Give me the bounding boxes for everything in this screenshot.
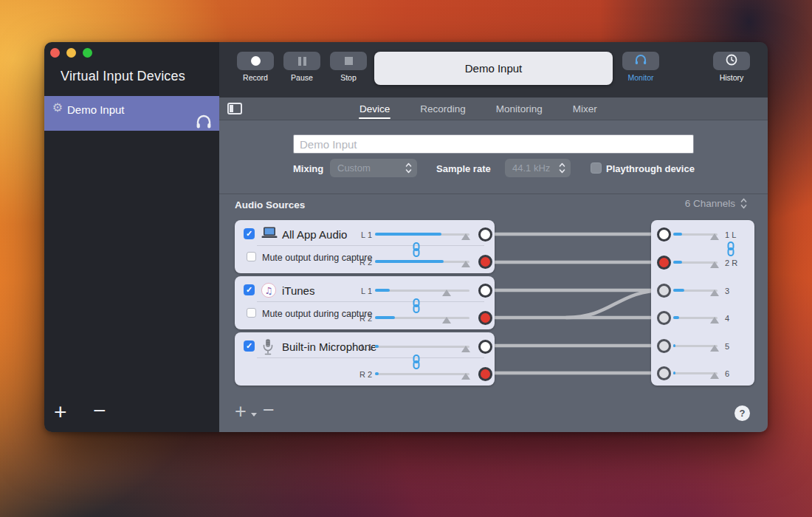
- level-meter: [673, 289, 684, 292]
- volume-slider[interactable]: [673, 228, 718, 240]
- level-meter: [375, 260, 444, 263]
- sidebar-item-label: Demo Input: [67, 103, 125, 116]
- traffic-lights: [50, 48, 92, 58]
- stop-icon: [345, 57, 353, 65]
- sample-rate-label: Sample rate: [436, 163, 491, 174]
- level-meter: [673, 344, 675, 347]
- level-meter: [375, 233, 441, 236]
- source-panel-all-app-audio: All App Audio Mute output during capture…: [235, 220, 495, 273]
- sidebar: Virtual Input Devices Demo Input + −: [44, 42, 219, 432]
- sidebar-title: Virtual Input Devices: [61, 69, 185, 84]
- output-connector-left[interactable]: [478, 227, 492, 242]
- source-enabled-checkbox[interactable]: [244, 228, 255, 239]
- output-connector-right[interactable]: [478, 367, 492, 381]
- volume-slider[interactable]: [673, 256, 718, 268]
- minimize-button[interactable]: [66, 48, 76, 58]
- slider-thumb[interactable]: [461, 373, 470, 380]
- device-tab-content: Mixing Custom Sample rate 44.1 kHz Playt…: [219, 120, 768, 432]
- input-connector-ch4[interactable]: [657, 311, 671, 325]
- output-channels-panel: 1 L 2 R: [651, 220, 754, 386]
- input-connector-ch2[interactable]: [657, 256, 671, 270]
- add-source-chevron-icon[interactable]: [251, 413, 257, 417]
- volume-slider[interactable]: [375, 228, 469, 240]
- toolbar: Record Pause Stop Demo Input: [219, 42, 768, 97]
- volume-slider[interactable]: [375, 284, 469, 296]
- device-title-button[interactable]: Demo Input: [374, 52, 613, 85]
- playthrough-checkbox[interactable]: [591, 162, 602, 174]
- pause-button[interactable]: Pause: [283, 52, 321, 82]
- slider-thumb[interactable]: [442, 317, 451, 323]
- history-button[interactable]: History: [711, 52, 752, 82]
- tab-recording[interactable]: Recording: [420, 103, 466, 114]
- stop-button[interactable]: Stop: [329, 52, 368, 82]
- sidebar-toggle-icon[interactable]: [227, 103, 242, 114]
- tab-device[interactable]: Device: [359, 103, 390, 114]
- record-label: Record: [236, 73, 275, 82]
- volume-slider[interactable]: [375, 256, 469, 267]
- mute-checkbox[interactable]: [247, 252, 256, 261]
- output-connector-left[interactable]: [478, 284, 492, 298]
- volume-slider[interactable]: [673, 367, 718, 379]
- slider-thumb[interactable]: [710, 345, 719, 352]
- svg-text:♫: ♫: [264, 285, 272, 296]
- sidebar-item-demo-input[interactable]: Demo Input: [44, 96, 219, 131]
- itunes-icon: ♫: [261, 282, 278, 298]
- remove-source-button[interactable]: −: [263, 400, 275, 420]
- sample-rate-dropdown[interactable]: 44.1 kHz: [505, 159, 571, 177]
- channel-label: R 2: [353, 370, 372, 379]
- slider-thumb[interactable]: [710, 233, 719, 240]
- input-connector-ch3[interactable]: [657, 284, 671, 298]
- slider-thumb[interactable]: [461, 346, 470, 352]
- source-name: All App Audio: [282, 228, 347, 241]
- volume-slider[interactable]: [673, 312, 718, 323]
- slider-thumb[interactable]: [710, 317, 719, 323]
- monitor-button[interactable]: Monitor: [620, 52, 661, 82]
- slider-thumb[interactable]: [710, 261, 719, 268]
- playthrough-label: Playthrough device: [606, 163, 695, 174]
- output-connector-right[interactable]: [478, 311, 492, 325]
- panel-divider: [257, 301, 484, 302]
- input-connector-ch1[interactable]: [657, 227, 671, 242]
- device-name-input[interactable]: [293, 134, 694, 154]
- tab-mixer[interactable]: Mixer: [573, 103, 597, 114]
- channel-label: 4: [725, 314, 729, 323]
- channels-selector[interactable]: 6 Channels: [685, 198, 747, 209]
- pause-label: Pause: [283, 73, 321, 82]
- link-channels-icon[interactable]: [726, 242, 736, 259]
- volume-slider[interactable]: [375, 340, 469, 352]
- volume-slider[interactable]: [375, 368, 469, 380]
- help-button[interactable]: ?: [734, 405, 750, 421]
- add-device-button[interactable]: +: [54, 401, 67, 423]
- slider-thumb[interactable]: [461, 233, 470, 240]
- panel-divider: [257, 245, 484, 246]
- monitor-headphones-icon: [634, 54, 647, 68]
- volume-slider[interactable]: [673, 340, 718, 352]
- input-connector-ch5[interactable]: [657, 339, 671, 353]
- zoom-button[interactable]: [83, 48, 92, 58]
- mute-checkbox[interactable]: [247, 308, 256, 318]
- channel-label: R 2: [353, 258, 372, 267]
- slider-thumb[interactable]: [710, 372, 719, 379]
- output-connector-right[interactable]: [478, 255, 492, 269]
- input-connector-ch6[interactable]: [657, 366, 671, 380]
- channels-value: 6 Channels: [685, 198, 735, 209]
- tab-monitoring[interactable]: Monitoring: [496, 103, 543, 114]
- volume-slider[interactable]: [673, 284, 718, 296]
- slider-thumb[interactable]: [461, 261, 470, 267]
- history-label: History: [711, 73, 752, 82]
- volume-slider[interactable]: [375, 312, 469, 323]
- add-source-button[interactable]: +: [235, 402, 247, 422]
- stepper-icon: [740, 198, 747, 209]
- remove-device-button[interactable]: −: [93, 400, 106, 422]
- source-enabled-checkbox[interactable]: [244, 284, 255, 295]
- record-button[interactable]: Record: [236, 52, 275, 82]
- output-connector-left[interactable]: [478, 340, 492, 354]
- channel-label: 6: [725, 369, 729, 378]
- slider-thumb[interactable]: [710, 290, 719, 296]
- close-button[interactable]: [50, 48, 60, 58]
- source-enabled-checkbox[interactable]: [244, 340, 255, 352]
- clock-icon: [726, 54, 737, 69]
- slider-thumb[interactable]: [442, 290, 451, 296]
- channel-label: R 2: [353, 314, 372, 323]
- mixing-dropdown[interactable]: Custom: [330, 159, 417, 177]
